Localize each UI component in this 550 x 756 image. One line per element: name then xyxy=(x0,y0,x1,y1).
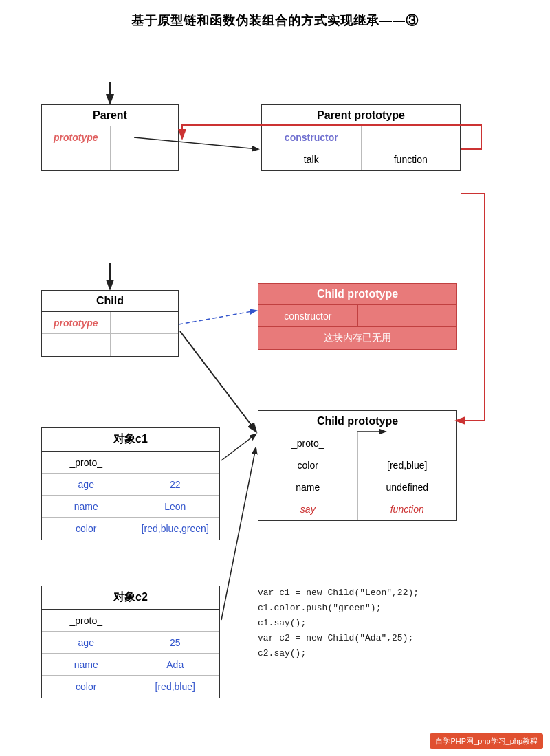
child-header: Child xyxy=(42,291,178,312)
obj-c1-cell-name-label: name xyxy=(42,496,131,517)
code-line-5: c2.say(); xyxy=(258,646,457,661)
child-proto-new-row-say: say function xyxy=(258,498,456,520)
obj-c2-row-age: age 25 xyxy=(42,632,219,654)
child-row-empty xyxy=(42,334,178,356)
footer-badge: 自学PHP网_php学习_php教程 xyxy=(430,733,543,749)
obj-c2-cell-color-val: [red,blue] xyxy=(131,676,220,698)
obj-c1-cell-proto-val xyxy=(131,452,220,473)
obj-c2-cell-color-label: color xyxy=(42,676,131,698)
child-proto-old-box: Child prototype constructor 这块内存已无用 xyxy=(258,283,457,350)
obj-c2-cell-proto-label: _proto_ xyxy=(42,610,131,631)
parent-row-prototype: prototype xyxy=(42,126,178,148)
parent-cell-empty2 xyxy=(111,148,179,170)
code-line-3: c1.say(); xyxy=(258,616,457,631)
obj-c2-box: 对象c2 _proto_ age 25 name Ada color [red,… xyxy=(41,586,220,698)
obj-c1-cell-name-val: Leon xyxy=(131,496,220,517)
child-proto-new-box: Child prototype _proto_ color [red,blue]… xyxy=(258,410,457,521)
obj-c1-cell-age-val: 22 xyxy=(131,474,220,495)
obj-c1-row-age: age 22 xyxy=(42,474,219,496)
obj-c1-box: 对象c1 _proto_ age 22 name Leon color [red… xyxy=(41,427,220,540)
obj-c1-row-color: color [red,blue,green] xyxy=(42,518,219,540)
obj-c2-row-proto: _proto_ xyxy=(42,610,219,632)
child-box: Child prototype xyxy=(41,290,179,357)
obj-c2-header: 对象c2 xyxy=(42,586,219,610)
svg-line-3 xyxy=(179,311,256,324)
parent-proto-row-constructor: constructor xyxy=(262,126,460,148)
child-proto-new-cell-color-label: color xyxy=(258,454,358,476)
obj-c2-row-color: color [red,blue] xyxy=(42,676,219,698)
parent-proto-box: Parent prototype constructor talk functi… xyxy=(261,104,461,171)
obj-c1-cell-proto-label: _proto_ xyxy=(42,452,131,473)
child-proto-old-header: Child prototype xyxy=(258,284,456,305)
svg-line-6 xyxy=(221,448,256,620)
obj-c2-cell-age-val: 25 xyxy=(131,632,220,653)
obj-c1-cell-age-label: age xyxy=(42,474,131,495)
code-line-1: var c1 = new Child("Leon",22); xyxy=(258,586,457,601)
obj-c1-cell-color-val: [red,blue,green] xyxy=(131,518,220,540)
page-title: 基于原型链和函数伪装组合的方式实现继承——③ xyxy=(0,0,550,36)
parent-row-empty xyxy=(42,148,178,170)
child-proto-new-cell-say-label: say xyxy=(258,498,358,520)
child-proto-new-cell-say-val: function xyxy=(358,498,457,520)
parent-proto-cell-talk: talk xyxy=(262,148,362,170)
child-proto-new-row-name: name undefined xyxy=(258,476,456,498)
code-line-2: c1.color.push("green"); xyxy=(258,601,457,616)
parent-cell-empty1 xyxy=(42,148,111,170)
child-cell-prototype: prototype xyxy=(42,312,111,333)
parent-cell-prototype: prototype xyxy=(42,126,111,148)
parent-proto-header: Parent prototype xyxy=(262,105,460,126)
obj-c1-cell-color-label: color xyxy=(42,518,131,540)
obj-c2-row-name: name Ada xyxy=(42,654,219,676)
obj-c1-header: 对象c1 xyxy=(42,428,219,452)
child-proto-new-cell-proto-val xyxy=(358,432,457,454)
child-cell-empty2 xyxy=(111,334,179,356)
parent-proto-cell-function: function xyxy=(362,148,461,170)
child-proto-old-cell-constructor: constructor xyxy=(258,305,358,326)
obj-c2-cell-name-val: Ada xyxy=(131,654,220,675)
code-block: var c1 = new Child("Leon",22); c1.color.… xyxy=(258,586,457,661)
obj-c2-cell-name-label: name xyxy=(42,654,131,675)
child-proto-new-header: Child prototype xyxy=(258,411,456,432)
obj-c2-cell-age-label: age xyxy=(42,632,131,653)
child-proto-new-cell-name-val: undefined xyxy=(358,476,457,498)
child-proto-new-row-color: color [red,blue] xyxy=(258,454,456,476)
child-row-prototype: prototype xyxy=(42,312,178,334)
parent-proto-row-talk: talk function xyxy=(262,148,460,170)
code-line-4: var c2 = new Child("Ada",25); xyxy=(258,631,457,646)
parent-header: Parent xyxy=(42,105,178,126)
child-proto-new-row-proto: _proto_ xyxy=(258,432,456,454)
child-proto-old-cell-constructor-val xyxy=(358,305,457,326)
obj-c2-cell-proto-val xyxy=(131,610,220,631)
parent-proto-cell-constructor: constructor xyxy=(262,126,362,148)
parent-cell-proto-val xyxy=(111,126,179,148)
parent-proto-cell-constructor-val xyxy=(362,126,461,148)
obj-c1-row-name: name Leon xyxy=(42,496,219,518)
child-proto-old-cell-useless: 这块内存已无用 xyxy=(258,327,456,349)
child-cell-empty1 xyxy=(42,334,111,356)
child-proto-new-cell-name-label: name xyxy=(258,476,358,498)
svg-line-5 xyxy=(221,434,256,460)
obj-c1-row-proto: _proto_ xyxy=(42,452,219,474)
child-cell-proto-val xyxy=(111,312,179,333)
child-proto-new-cell-proto-label: _proto_ xyxy=(258,432,358,454)
parent-box: Parent prototype xyxy=(41,104,179,171)
svg-line-4 xyxy=(180,331,256,431)
child-proto-old-row-constructor: constructor xyxy=(258,305,456,327)
child-proto-old-row-useless: 这块内存已无用 xyxy=(258,327,456,349)
child-proto-new-cell-color-val: [red,blue] xyxy=(358,454,457,476)
